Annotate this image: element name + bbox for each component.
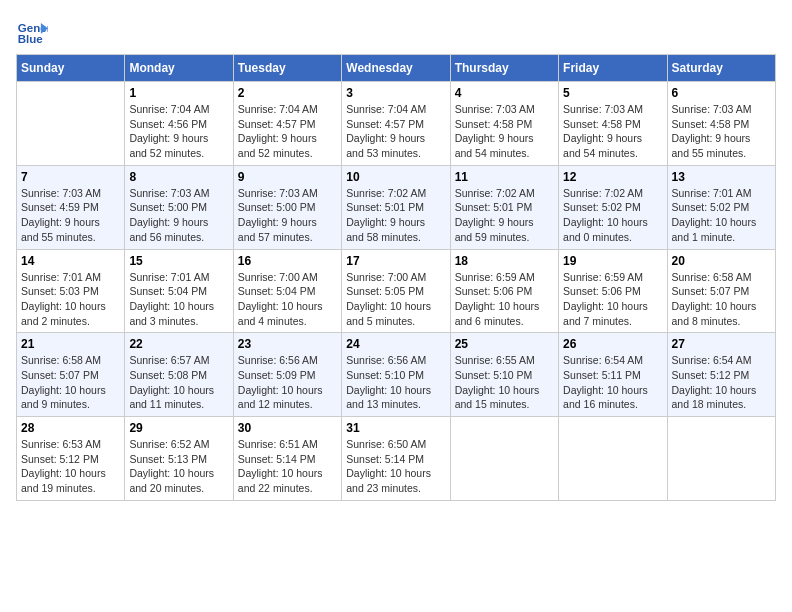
calendar-cell: 14Sunrise: 7:01 AMSunset: 5:03 PMDayligh… xyxy=(17,249,125,333)
week-row-4: 21Sunrise: 6:58 AMSunset: 5:07 PMDayligh… xyxy=(17,333,776,417)
day-info: Sunrise: 7:01 AMSunset: 5:04 PMDaylight:… xyxy=(129,270,228,329)
calendar-cell xyxy=(667,417,775,501)
day-number: 2 xyxy=(238,86,337,100)
day-number: 25 xyxy=(455,337,554,351)
calendar-cell xyxy=(17,82,125,166)
calendar-cell: 19Sunrise: 6:59 AMSunset: 5:06 PMDayligh… xyxy=(559,249,667,333)
day-number: 15 xyxy=(129,254,228,268)
day-info: Sunrise: 6:57 AMSunset: 5:08 PMDaylight:… xyxy=(129,353,228,412)
day-number: 7 xyxy=(21,170,120,184)
calendar-cell: 5Sunrise: 7:03 AMSunset: 4:58 PMDaylight… xyxy=(559,82,667,166)
day-number: 19 xyxy=(563,254,662,268)
day-info: Sunrise: 6:54 AMSunset: 5:11 PMDaylight:… xyxy=(563,353,662,412)
day-info: Sunrise: 7:01 AMSunset: 5:03 PMDaylight:… xyxy=(21,270,120,329)
weekday-header-monday: Monday xyxy=(125,55,233,82)
day-number: 12 xyxy=(563,170,662,184)
calendar-cell: 4Sunrise: 7:03 AMSunset: 4:58 PMDaylight… xyxy=(450,82,558,166)
calendar-cell: 15Sunrise: 7:01 AMSunset: 5:04 PMDayligh… xyxy=(125,249,233,333)
day-info: Sunrise: 6:58 AMSunset: 5:07 PMDaylight:… xyxy=(672,270,771,329)
calendar-cell: 30Sunrise: 6:51 AMSunset: 5:14 PMDayligh… xyxy=(233,417,341,501)
day-info: Sunrise: 7:04 AMSunset: 4:57 PMDaylight:… xyxy=(238,102,337,161)
day-number: 27 xyxy=(672,337,771,351)
day-info: Sunrise: 7:01 AMSunset: 5:02 PMDaylight:… xyxy=(672,186,771,245)
day-number: 11 xyxy=(455,170,554,184)
calendar-cell: 2Sunrise: 7:04 AMSunset: 4:57 PMDaylight… xyxy=(233,82,341,166)
day-info: Sunrise: 7:02 AMSunset: 5:02 PMDaylight:… xyxy=(563,186,662,245)
day-info: Sunrise: 6:55 AMSunset: 5:10 PMDaylight:… xyxy=(455,353,554,412)
calendar-cell: 23Sunrise: 6:56 AMSunset: 5:09 PMDayligh… xyxy=(233,333,341,417)
day-number: 9 xyxy=(238,170,337,184)
week-row-3: 14Sunrise: 7:01 AMSunset: 5:03 PMDayligh… xyxy=(17,249,776,333)
calendar-cell: 26Sunrise: 6:54 AMSunset: 5:11 PMDayligh… xyxy=(559,333,667,417)
logo: General Blue xyxy=(16,16,48,48)
day-info: Sunrise: 7:00 AMSunset: 5:05 PMDaylight:… xyxy=(346,270,445,329)
calendar-cell: 1Sunrise: 7:04 AMSunset: 4:56 PMDaylight… xyxy=(125,82,233,166)
day-info: Sunrise: 6:56 AMSunset: 5:10 PMDaylight:… xyxy=(346,353,445,412)
calendar-cell: 18Sunrise: 6:59 AMSunset: 5:06 PMDayligh… xyxy=(450,249,558,333)
day-number: 31 xyxy=(346,421,445,435)
day-info: Sunrise: 7:03 AMSunset: 4:58 PMDaylight:… xyxy=(455,102,554,161)
calendar-cell: 13Sunrise: 7:01 AMSunset: 5:02 PMDayligh… xyxy=(667,165,775,249)
week-row-5: 28Sunrise: 6:53 AMSunset: 5:12 PMDayligh… xyxy=(17,417,776,501)
calendar-cell xyxy=(450,417,558,501)
day-info: Sunrise: 7:02 AMSunset: 5:01 PMDaylight:… xyxy=(455,186,554,245)
calendar-cell: 24Sunrise: 6:56 AMSunset: 5:10 PMDayligh… xyxy=(342,333,450,417)
weekday-header-wednesday: Wednesday xyxy=(342,55,450,82)
day-number: 24 xyxy=(346,337,445,351)
day-number: 18 xyxy=(455,254,554,268)
day-info: Sunrise: 7:00 AMSunset: 5:04 PMDaylight:… xyxy=(238,270,337,329)
calendar-cell: 28Sunrise: 6:53 AMSunset: 5:12 PMDayligh… xyxy=(17,417,125,501)
svg-text:Blue: Blue xyxy=(18,33,44,45)
day-number: 6 xyxy=(672,86,771,100)
calendar-cell: 11Sunrise: 7:02 AMSunset: 5:01 PMDayligh… xyxy=(450,165,558,249)
weekday-header-thursday: Thursday xyxy=(450,55,558,82)
day-info: Sunrise: 6:53 AMSunset: 5:12 PMDaylight:… xyxy=(21,437,120,496)
day-number: 17 xyxy=(346,254,445,268)
weekday-header-tuesday: Tuesday xyxy=(233,55,341,82)
day-info: Sunrise: 6:51 AMSunset: 5:14 PMDaylight:… xyxy=(238,437,337,496)
calendar-cell: 25Sunrise: 6:55 AMSunset: 5:10 PMDayligh… xyxy=(450,333,558,417)
day-info: Sunrise: 7:03 AMSunset: 5:00 PMDaylight:… xyxy=(129,186,228,245)
calendar-cell: 12Sunrise: 7:02 AMSunset: 5:02 PMDayligh… xyxy=(559,165,667,249)
calendar-cell xyxy=(559,417,667,501)
day-number: 14 xyxy=(21,254,120,268)
day-info: Sunrise: 7:03 AMSunset: 5:00 PMDaylight:… xyxy=(238,186,337,245)
weekday-header-row: SundayMondayTuesdayWednesdayThursdayFrid… xyxy=(17,55,776,82)
calendar-cell: 8Sunrise: 7:03 AMSunset: 5:00 PMDaylight… xyxy=(125,165,233,249)
calendar-cell: 9Sunrise: 7:03 AMSunset: 5:00 PMDaylight… xyxy=(233,165,341,249)
day-info: Sunrise: 6:59 AMSunset: 5:06 PMDaylight:… xyxy=(563,270,662,329)
day-number: 30 xyxy=(238,421,337,435)
day-info: Sunrise: 6:54 AMSunset: 5:12 PMDaylight:… xyxy=(672,353,771,412)
calendar-cell: 16Sunrise: 7:00 AMSunset: 5:04 PMDayligh… xyxy=(233,249,341,333)
day-number: 29 xyxy=(129,421,228,435)
logo-icon: General Blue xyxy=(16,16,48,48)
day-number: 28 xyxy=(21,421,120,435)
day-info: Sunrise: 7:03 AMSunset: 4:59 PMDaylight:… xyxy=(21,186,120,245)
weekday-header-saturday: Saturday xyxy=(667,55,775,82)
calendar-cell: 7Sunrise: 7:03 AMSunset: 4:59 PMDaylight… xyxy=(17,165,125,249)
calendar-table: SundayMondayTuesdayWednesdayThursdayFrid… xyxy=(16,54,776,501)
weekday-header-friday: Friday xyxy=(559,55,667,82)
day-info: Sunrise: 6:50 AMSunset: 5:14 PMDaylight:… xyxy=(346,437,445,496)
week-row-2: 7Sunrise: 7:03 AMSunset: 4:59 PMDaylight… xyxy=(17,165,776,249)
day-info: Sunrise: 7:04 AMSunset: 4:56 PMDaylight:… xyxy=(129,102,228,161)
day-number: 1 xyxy=(129,86,228,100)
day-info: Sunrise: 6:59 AMSunset: 5:06 PMDaylight:… xyxy=(455,270,554,329)
calendar-cell: 10Sunrise: 7:02 AMSunset: 5:01 PMDayligh… xyxy=(342,165,450,249)
day-number: 5 xyxy=(563,86,662,100)
day-info: Sunrise: 7:03 AMSunset: 4:58 PMDaylight:… xyxy=(563,102,662,161)
calendar-cell: 17Sunrise: 7:00 AMSunset: 5:05 PMDayligh… xyxy=(342,249,450,333)
day-number: 4 xyxy=(455,86,554,100)
calendar-cell: 27Sunrise: 6:54 AMSunset: 5:12 PMDayligh… xyxy=(667,333,775,417)
day-number: 16 xyxy=(238,254,337,268)
calendar-cell: 31Sunrise: 6:50 AMSunset: 5:14 PMDayligh… xyxy=(342,417,450,501)
day-number: 20 xyxy=(672,254,771,268)
day-number: 22 xyxy=(129,337,228,351)
calendar-cell: 3Sunrise: 7:04 AMSunset: 4:57 PMDaylight… xyxy=(342,82,450,166)
day-number: 23 xyxy=(238,337,337,351)
day-info: Sunrise: 7:03 AMSunset: 4:58 PMDaylight:… xyxy=(672,102,771,161)
day-number: 3 xyxy=(346,86,445,100)
calendar-cell: 22Sunrise: 6:57 AMSunset: 5:08 PMDayligh… xyxy=(125,333,233,417)
calendar-cell: 6Sunrise: 7:03 AMSunset: 4:58 PMDaylight… xyxy=(667,82,775,166)
week-row-1: 1Sunrise: 7:04 AMSunset: 4:56 PMDaylight… xyxy=(17,82,776,166)
